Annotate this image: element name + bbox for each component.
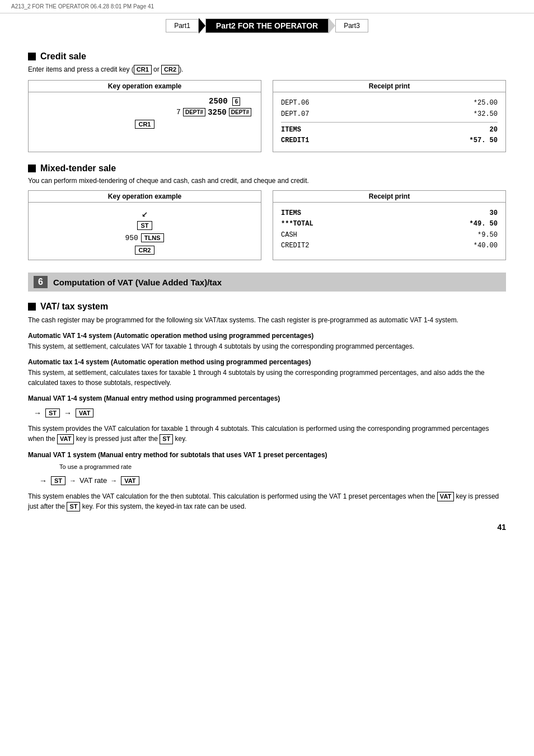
section-square-icon: [28, 53, 36, 60]
mixed-key-op-label: Key operation example: [29, 191, 261, 203]
manual-vat1-diagram: → ST → VAT rate → VAT: [39, 476, 506, 486]
part-nav-arrow1: [199, 18, 205, 34]
vat-rate-text: →: [69, 477, 76, 485]
diagram-arrow-1: →: [34, 408, 41, 417]
receipt-body: DEPT.06 *25.00 DEPT.07 *32.50 ITEMS 20 C…: [273, 92, 505, 152]
vat-intro: The cash register may be programmed for …: [28, 315, 506, 325]
manual-vat-heading: Manual VAT 1-4 system (Manual entry meth…: [28, 395, 506, 402]
auto-tax-heading: Automatic tax 1-4 system (Automatic oper…: [28, 358, 506, 366]
header-text: A213_2 FOR THE OPERATOR 06.4.28 8:01 PM …: [11, 3, 154, 10]
vat-tax-title: VAT/ tax system: [40, 302, 108, 312]
mixed-tender-heading: Mixed-tender sale: [28, 163, 506, 173]
mixed-receipt-row-2: ***TOTAL *49. 50: [281, 219, 498, 229]
mixed-pre-950: 950: [125, 234, 138, 242]
key-op-label: Key operation example: [29, 81, 261, 92]
credit-sale-heading: Credit sale: [28, 51, 506, 62]
credit-num1: 2500: [209, 97, 228, 106]
mixed-tender-op-receipt: Key operation example ↙ ST 950 TLNS CR2 …: [28, 190, 506, 260]
credit-pre-num: 7: [176, 108, 181, 116]
key-dept-2: DEPT#: [229, 108, 251, 116]
diagram-arrow-4: →: [110, 477, 117, 485]
credit-num2: 3250: [208, 108, 227, 117]
manual-vat-diagram: → ST → VAT: [34, 408, 506, 418]
key-st-1: ST: [137, 221, 152, 230]
vat-inline-key1: VAT: [57, 434, 74, 444]
key-cr1: CR1: [135, 120, 154, 129]
mixed-receipt-row-1: ITEMS 30: [281, 208, 498, 219]
mixed-arrow: ↙: [142, 208, 148, 219]
mixed-key-op-box: Key operation example ↙ ST 950 TLNS CR2: [28, 190, 261, 260]
part3-tab[interactable]: Part3: [335, 19, 368, 32]
receipt-row-2: DEPT.07 *32.50: [281, 109, 498, 120]
receipt-row-1: DEPT.06 *25.00: [281, 98, 498, 109]
key-op-body: 2500 6 7 DEPT# 3250 DEPT# CR1: [29, 92, 261, 134]
part1-tab[interactable]: Part1: [166, 19, 199, 32]
diagram-arrow-2: →: [64, 408, 72, 417]
receipt-row-3: ITEMS 20: [281, 125, 498, 135]
mixed-receipt-label: Receipt print: [273, 191, 505, 203]
vat-inline-key2: VAT: [437, 492, 454, 501]
receipt-row-4: CREDIT1 *57. 50: [281, 135, 498, 146]
st-inline-key1: ST: [160, 434, 173, 444]
main-content: Credit sale Enter items and press a cred…: [0, 36, 534, 548]
key-cr2: CR2: [135, 246, 154, 255]
vat-tax-heading: VAT/ tax system: [28, 302, 506, 312]
key-6: 6: [232, 97, 240, 106]
key-vat-diagram2: VAT: [121, 476, 139, 485]
mixed-receipt-box: Receipt print ITEMS 30 ***TOTAL *49. 50 …: [273, 190, 506, 260]
vat1-diagram-label: To use a programmed rate: [59, 463, 506, 470]
credit-sale-op-receipt: Key operation example 2500 6 7 DEPT# 325…: [28, 80, 506, 152]
cr1-key-inline: CR1: [134, 65, 152, 74]
key-dept-1: DEPT#: [183, 108, 205, 116]
auto-tax-text: This system, at settlement, calculates t…: [28, 368, 506, 388]
vat-section-title: Computation of VAT (Value Added Tax)/tax: [53, 278, 222, 287]
manual-vat1-heading: Manual VAT 1 system (Manual entry method…: [28, 451, 506, 459]
mixed-tender-desc: You can perform mixed-tendering of chequ…: [28, 177, 506, 185]
section-square-icon-2: [28, 165, 36, 172]
key-vat-diagram: VAT: [76, 408, 93, 417]
mixed-key-op-body: ↙ ST 950 TLNS CR2: [29, 203, 261, 260]
diagram-arrow-3: →: [39, 476, 47, 485]
part-nav-arrow2: [329, 18, 335, 34]
part-navigation: Part1 Part2 FOR THE OPERATOR Part3: [0, 13, 534, 36]
credit-sale-title: Credit sale: [40, 51, 86, 62]
vat-section-num: 6: [34, 276, 48, 288]
vat-section-header: 6 Computation of VAT (Value Added Tax)/t…: [28, 273, 506, 292]
key-st-diagram2: ST: [51, 476, 65, 485]
page-number: 41: [28, 523, 506, 532]
auto-vat-text: This system, at settlement, calculates V…: [28, 341, 506, 351]
part2-tab[interactable]: Part2 FOR THE OPERATOR: [205, 18, 329, 33]
credit-sale-desc: Enter items and press a credit key (CR1 …: [28, 65, 506, 74]
section-square-icon-3: [28, 303, 36, 311]
auto-vat-heading: Automatic VAT 1-4 system (Automatic oper…: [28, 332, 506, 340]
manual-vat1-body: This system enables the VAT calculation …: [28, 491, 506, 512]
page-header: A213_2 FOR THE OPERATOR 06.4.28 8:01 PM …: [0, 0, 534, 13]
key-tlns: TLNS: [141, 233, 164, 242]
credit-sale-receipt-box: Receipt print DEPT.06 *25.00 DEPT.07 *32…: [273, 80, 506, 152]
manual-vat1-diagram-block: To use a programmed rate → ST → VAT rate…: [34, 463, 506, 486]
mixed-receipt-body: ITEMS 30 ***TOTAL *49. 50 CASH *9.50 CRE…: [273, 203, 505, 257]
mixed-tender-title: Mixed-tender sale: [40, 163, 116, 173]
credit-sale-key-op-box: Key operation example 2500 6 7 DEPT# 325…: [28, 80, 261, 152]
cr2-key-inline: CR2: [161, 65, 179, 74]
mixed-receipt-row-4: CREDIT2 *40.00: [281, 241, 498, 251]
receipt-label: Receipt print: [273, 81, 505, 92]
manual-vat-body: This system provides the VAT calculation…: [28, 424, 506, 444]
key-st-diagram: ST: [45, 408, 60, 417]
st-inline-key2: ST: [67, 502, 80, 511]
vat-rate-label: VAT rate: [79, 476, 107, 485]
mixed-receipt-row-3: CASH *9.50: [281, 230, 498, 241]
